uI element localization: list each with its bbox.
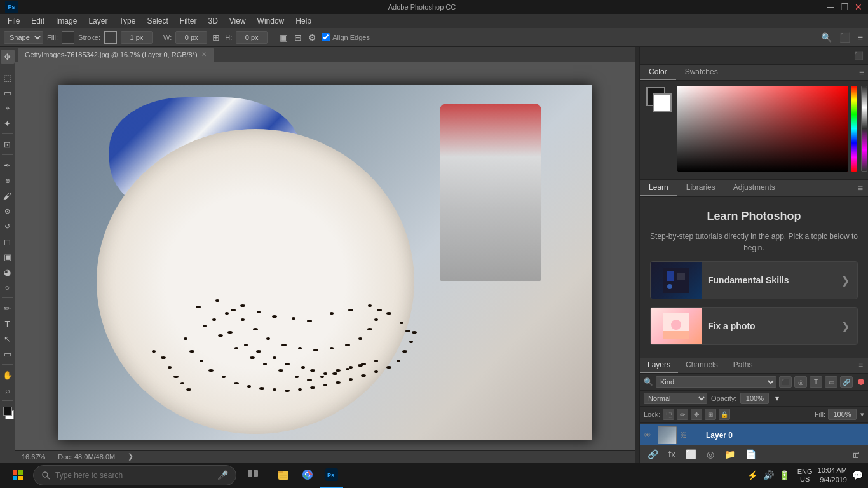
battery-icon[interactable]: 🔋 [779, 470, 790, 480]
filter-smart-btn[interactable]: 🔗 [840, 376, 853, 388]
fundamental-skills-card[interactable]: Fundamental Skills ❯ [650, 261, 858, 299]
opacity-arrow[interactable]: ▾ [775, 394, 779, 403]
brush-tool[interactable]: 🖌 [1, 189, 15, 203]
path-selection-tool[interactable]: ↖ [1, 332, 15, 346]
fill-input[interactable] [828, 409, 857, 420]
align-edges-option[interactable]: Align Edges [322, 33, 370, 41]
menu-filter[interactable]: Filter [175, 15, 202, 27]
align-icon[interactable]: ⊟ [293, 31, 303, 44]
artboard-tool[interactable]: ⬚ [1, 71, 15, 85]
background-color-swatch[interactable] [653, 93, 672, 112]
menu-select[interactable]: Select [142, 15, 173, 27]
foreground-background-colors[interactable] [3, 407, 12, 416]
filter-adjustment-btn[interactable]: ◎ [794, 376, 807, 388]
text-tool[interactable]: T [1, 316, 15, 330]
search-bar[interactable]: 🎤 [33, 465, 236, 485]
menu-file[interactable]: File [3, 15, 25, 27]
channels-tab[interactable]: Channels [678, 358, 726, 373]
fill-color-swatch[interactable] [62, 31, 74, 44]
blend-mode-select[interactable]: Normal [644, 393, 707, 404]
table-row[interactable]: 👁 ⛓ Layer 0 [640, 424, 868, 445]
paths-tab[interactable]: Paths [726, 358, 761, 373]
crop-tool[interactable]: ⊡ [1, 137, 15, 151]
taskbar-app-chrome[interactable] [296, 463, 319, 488]
layout-icon[interactable]: ⬛ [838, 31, 851, 44]
foreground-color[interactable] [3, 407, 12, 416]
menu-view[interactable]: View [224, 15, 251, 27]
add-layer-style-button[interactable]: fx [666, 448, 678, 461]
shape-tool[interactable]: ▭ [1, 347, 15, 361]
blur-tool[interactable]: ◕ [1, 265, 15, 279]
notification-icon[interactable]: 💬 [852, 470, 863, 480]
create-group-button[interactable]: 📁 [722, 448, 738, 461]
lasso-tool[interactable]: ⌖ [1, 101, 15, 115]
gradient-tool[interactable]: ▣ [1, 250, 15, 264]
search-input[interactable] [55, 471, 212, 480]
create-adjustment-button[interactable]: ◎ [704, 448, 717, 461]
hue-slider[interactable] [851, 86, 857, 172]
filter-pixel-btn[interactable]: ⬛ [779, 376, 792, 388]
marquee-tool[interactable]: ▭ [1, 86, 15, 100]
libraries-tab[interactable]: Libraries [677, 180, 724, 196]
layer-visibility-icon[interactable]: 👁 [644, 431, 654, 440]
search-icon[interactable]: 🔍 [820, 31, 833, 44]
color-tab[interactable]: Color [640, 65, 676, 80]
lock-pixels-btn[interactable]: ✏ [677, 409, 688, 420]
stroke-color-swatch[interactable] [104, 31, 117, 44]
settings-icon[interactable]: ⚙ [307, 31, 318, 44]
color-panel-menu[interactable]: ≡ [855, 65, 868, 80]
taskbar-app-photoshop[interactable]: Ps [320, 463, 343, 488]
lock-transparent-btn[interactable]: ⬚ [663, 409, 674, 420]
start-button[interactable] [5, 463, 31, 488]
stamp-tool[interactable]: ⊘ [1, 204, 15, 218]
create-layer-button[interactable]: 📄 [743, 448, 759, 461]
shape-select[interactable]: Shape [4, 31, 43, 44]
menu-help[interactable]: Help [290, 15, 316, 27]
magic-wand-tool[interactable]: ✦ [1, 116, 15, 130]
path-ops-icon[interactable]: ▣ [278, 31, 289, 44]
layers-panel-menu[interactable]: ≡ [853, 358, 868, 373]
pen-tool[interactable]: ✏ [1, 301, 15, 315]
color-picker-area[interactable] [677, 86, 848, 172]
document-tab[interactable]: GettyImages-76185342.jpg @ 16.7% (Layer … [18, 48, 214, 62]
layer-filter-select[interactable]: Kind [656, 376, 776, 388]
feature-panel-menu[interactable]: ≡ [853, 180, 868, 196]
microphone-icon[interactable]: 🎤 [217, 470, 228, 480]
swatches-tab[interactable]: Swatches [676, 65, 727, 80]
add-mask-button[interactable]: ⬜ [683, 448, 699, 461]
link-layers-button[interactable]: 🔗 [645, 448, 661, 461]
menu-window[interactable]: Window [252, 15, 290, 27]
adjustments-tab[interactable]: Adjustments [724, 180, 784, 196]
canvas-content[interactable] [15, 62, 635, 463]
menu-type[interactable]: Type [114, 15, 140, 27]
dodge-tool[interactable]: ○ [1, 280, 15, 294]
history-brush-tool[interactable]: ↺ [1, 219, 15, 233]
fix-photo-card[interactable]: Fix a photo ❯ [650, 307, 858, 345]
menu-edit[interactable]: Edit [26, 15, 50, 27]
layers-tab[interactable]: Layers [640, 358, 678, 373]
lock-all-btn[interactable]: 🔒 [719, 409, 730, 420]
opacity-input[interactable] [740, 393, 769, 404]
learn-tab[interactable]: Learn [640, 180, 677, 196]
hand-tool[interactable]: ✋ [1, 368, 15, 382]
opacity-slider[interactable] [861, 86, 867, 172]
lock-artboard-btn[interactable]: ⊞ [705, 409, 716, 420]
fill-arrow[interactable]: ▾ [860, 410, 864, 419]
status-arrow[interactable]: ❯ [128, 452, 133, 461]
system-clock[interactable]: 10:04 AM 9/4/2019 [818, 466, 847, 485]
height-input[interactable] [236, 31, 268, 44]
align-edges-checkbox[interactable] [322, 33, 330, 41]
filter-shape-btn[interactable]: ▭ [825, 376, 837, 388]
stroke-width-input[interactable] [121, 31, 153, 44]
lock-position-btn[interactable]: ✥ [691, 409, 702, 420]
menu-3d[interactable]: 3D [203, 15, 222, 27]
zoom-tool[interactable]: ⌕ [1, 383, 15, 397]
network-icon[interactable]: ⚡ [747, 470, 758, 480]
menu-layer[interactable]: Layer [83, 15, 112, 27]
minimize-button[interactable]: ─ [826, 3, 835, 11]
volume-icon[interactable]: 🔊 [763, 470, 774, 480]
menu-image[interactable]: Image [51, 15, 82, 27]
width-input[interactable] [175, 31, 207, 44]
tab-close-button[interactable]: ✕ [201, 51, 207, 58]
healing-brush-tool[interactable]: ⊕ [1, 173, 15, 187]
